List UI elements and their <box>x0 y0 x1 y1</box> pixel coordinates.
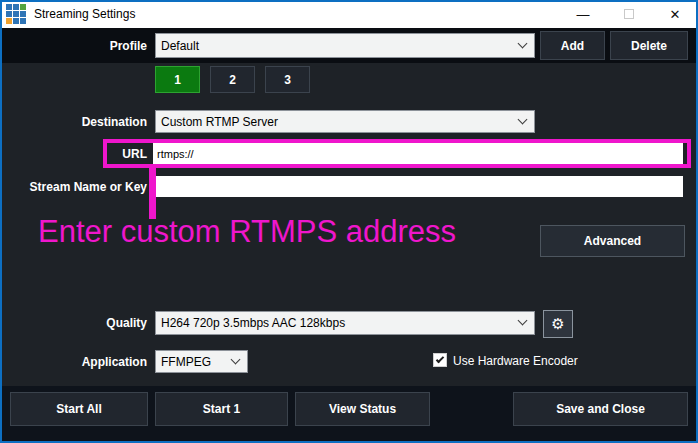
add-profile-label: Add <box>561 39 584 53</box>
close-button[interactable]: ✕ <box>652 0 698 28</box>
start-1-button[interactable]: Start 1 <box>155 392 288 426</box>
chevron-down-icon <box>518 316 528 326</box>
quality-label: Quality <box>77 316 147 330</box>
tab-stream-1[interactable]: 1 <box>155 66 200 93</box>
view-status-label: View Status <box>329 402 396 416</box>
url-input[interactable] <box>153 143 683 165</box>
minimize-button[interactable]: — <box>560 0 606 28</box>
application-select-value: FFMPEG <box>161 355 211 369</box>
application-label: Application <box>67 355 147 369</box>
delete-profile-button[interactable]: Delete <box>610 31 688 60</box>
destination-select[interactable]: Custom RTMP Server <box>155 110 535 133</box>
destination-label: Destination <box>27 115 147 129</box>
maximize-icon <box>624 9 634 19</box>
profile-select-value: Default <box>161 39 199 53</box>
stream-key-label: Stream Name or Key <box>23 180 147 194</box>
application-select[interactable]: FFMPEG <box>155 350 248 373</box>
destination-select-value: Custom RTMP Server <box>161 115 278 129</box>
save-and-close-button[interactable]: Save and Close <box>513 392 688 426</box>
url-label: URL <box>87 147 147 161</box>
profile-label: Profile <box>27 39 147 53</box>
tab-stream-2[interactable]: 2 <box>210 66 255 93</box>
hardware-encoder-label: Use Hardware Encoder <box>453 354 578 368</box>
window-controls: — ✕ <box>560 0 698 28</box>
delete-profile-label: Delete <box>631 39 667 53</box>
minimize-icon: — <box>577 7 590 22</box>
maximize-button <box>606 0 652 28</box>
app-logo-icon <box>6 4 26 24</box>
add-profile-button[interactable]: Add <box>540 31 605 60</box>
advanced-button-label: Advanced <box>584 234 641 248</box>
advanced-button[interactable]: Advanced <box>540 225 685 257</box>
window-title: Streaming Settings <box>34 7 135 21</box>
save-and-close-label: Save and Close <box>556 402 645 416</box>
quality-select[interactable]: H264 720p 3.5mbps AAC 128kbps <box>155 311 535 335</box>
checkmark-icon <box>436 355 444 363</box>
tab-stream-2-label: 2 <box>229 73 236 87</box>
start-all-button[interactable]: Start All <box>10 392 148 426</box>
gear-icon: ⚙ <box>551 315 564 333</box>
tab-stream-3-label: 3 <box>284 73 291 87</box>
start-all-label: Start All <box>56 402 102 416</box>
titlebar: Streaming Settings — ✕ <box>0 0 698 28</box>
annotation-text: Enter custom RTMPS address <box>38 214 456 250</box>
streaming-settings-window: Streaming Settings — ✕ Profile Default A… <box>0 0 698 443</box>
tab-stream-1-label: 1 <box>174 73 181 87</box>
hardware-encoder-checkbox[interactable] <box>433 353 447 367</box>
tab-stream-3[interactable]: 3 <box>265 66 310 93</box>
quality-select-value: H264 720p 3.5mbps AAC 128kbps <box>161 316 345 330</box>
view-status-button[interactable]: View Status <box>295 392 430 426</box>
quality-settings-button[interactable]: ⚙ <box>543 310 573 338</box>
chevron-down-icon <box>231 354 241 364</box>
start-1-label: Start 1 <box>203 402 240 416</box>
profile-select[interactable]: Default <box>155 33 535 58</box>
close-icon: ✕ <box>670 7 681 22</box>
chevron-down-icon <box>518 38 528 48</box>
stream-key-input[interactable] <box>153 176 683 197</box>
chevron-down-icon <box>518 114 528 124</box>
